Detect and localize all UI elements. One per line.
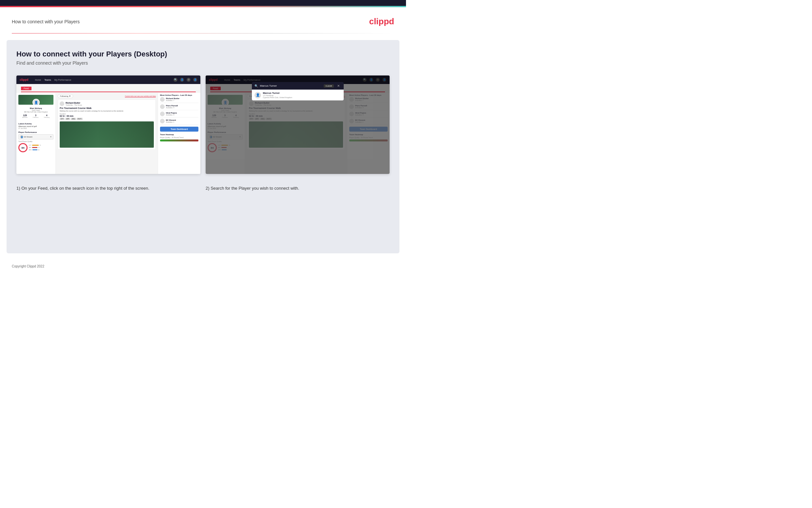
nav-teams-1[interactable]: Teams — [44, 79, 51, 81]
player-item-1d: Eli Vincent Activities: 1 — [160, 119, 198, 125]
player-avatar-1b — [160, 104, 164, 109]
search-icon-sm-2: 🔍 — [254, 84, 258, 88]
right-panel-1: Most Active Players - Last 30 days Richa… — [158, 93, 200, 174]
activity-title-1: Pre Tournament Course Walk — [60, 107, 154, 109]
caption-text-1: 1) On your Feed, click on the search ico… — [16, 186, 149, 190]
profile-stats-1: 129 Activities 3 Followers 4 Following — [20, 114, 52, 118]
clippd-logo: clippd — [369, 16, 394, 27]
search-input-text-2[interactable]: Marcus Turner — [260, 84, 322, 87]
top-bar — [0, 0, 406, 6]
nav-myperformance-1[interactable]: My Performance — [54, 79, 71, 81]
stat-followers-1: 3 Followers — [33, 114, 38, 118]
search-result-item-2[interactable]: 👤 Marcus Turner 1.5 Handicap Cypress Poi… — [252, 90, 344, 100]
search-clear-btn-2[interactable]: CLEAR — [324, 84, 334, 88]
page-footer: Copyright Clippd 2022 — [0, 260, 406, 273]
app-body-1: 👤 Blair McHarg Golf Coach Mill Ride Golf… — [16, 93, 200, 174]
avatar-icon-1[interactable]: 👤 — [193, 78, 197, 82]
app-nav-icons-1: 🔍 👤 ⚙ 👤 — [174, 78, 197, 82]
search-box-2: 🔍 Marcus Turner CLEAR ✕ 👤 Marcus Turner … — [252, 82, 344, 100]
nav-home-1[interactable]: Home — [35, 79, 41, 81]
search-close-btn-2[interactable]: ✕ — [336, 84, 341, 88]
screenshots-row: clippd Home Teams My Performance 🔍 👤 ⚙ 👤 — [16, 76, 390, 174]
stat-following-1: 4 Following — [44, 114, 50, 118]
main-content: How to connect with your Players (Deskto… — [7, 40, 399, 253]
app-logo-small-1: clippd — [20, 78, 29, 81]
player-item-1a: Richard Butler Activities: 7 — [160, 97, 198, 103]
profile-club-1: Mill Ride Golf Club, United Kingdom — [20, 111, 52, 113]
player-item-1c: Hiral Pujara Activities: 3 — [160, 112, 198, 118]
feed-tab-1[interactable]: Feed — [21, 87, 32, 90]
following-btn-1[interactable]: Following ▼ — [58, 94, 73, 98]
hero-subtitle: Find and connect with your Players — [16, 60, 390, 66]
player-perf-title-1: Player Performance — [18, 131, 53, 133]
caption-box-2: 2) Search for the Player you wish to con… — [206, 182, 390, 195]
caption-row: 1) On your Feed, click on the search ico… — [16, 182, 390, 195]
player-avatar-1: 👤 — [20, 135, 23, 138]
profile-card-1: Blair McHarg Golf Coach Mill Ride Golf C… — [18, 106, 53, 121]
tag-app-1: APP — [65, 118, 70, 120]
hero-title: How to connect with your Players (Deskto… — [16, 50, 390, 58]
activity-avatar-1 — [60, 101, 64, 106]
screenshot-panel-1: clippd Home Teams My Performance 🔍 👤 ⚙ 👤 — [16, 76, 200, 174]
duration-1: 02 hr : 00 min — [60, 115, 154, 117]
page-title: How to connect with your Players — [12, 19, 80, 24]
most-active-title-1: Most Active Players - Last 30 days — [160, 94, 198, 96]
tag-ott-1: OTT — [60, 118, 64, 120]
left-panel-1: 👤 Blair McHarg Golf Coach Mill Ride Golf… — [16, 93, 56, 174]
app-mockup-2: clippd Home Teams My Performance 🔍 👤 ⚙ 👤 — [206, 76, 390, 174]
caption-text-2: 2) Search for the Player you wish to con… — [206, 186, 299, 190]
heatmap-bar-1 — [160, 139, 198, 141]
player-arrow-1: ▼ — [50, 136, 52, 138]
player-item-1b: Piers Parnell Activities: 4 — [160, 104, 198, 110]
player-avatar-1d — [160, 119, 164, 123]
activity-header-1: Richard Butler Yesterday - The Grove — [60, 101, 154, 106]
header-divider — [12, 33, 394, 34]
shot-tags-1: OTT APP ARG PUTT — [60, 118, 154, 120]
tag-arg-1: ARG — [71, 118, 76, 120]
search-icon-1[interactable]: 🔍 — [174, 78, 178, 82]
score-circle-1: 84 — [18, 143, 28, 152]
copyright-text: Copyright Clippd 2022 — [12, 264, 44, 268]
search-result-club-2: Cypress Point Club, United Kingdom — [263, 96, 292, 98]
screenshot-panel-2: clippd Home Teams My Performance 🔍 👤 ⚙ 👤 — [206, 76, 390, 174]
control-link-1[interactable]: Control who can see your activity and da… — [125, 95, 156, 97]
player-name-1: Eli Vincent — [24, 136, 49, 138]
tag-putt-1: PUTT — [77, 118, 83, 120]
player-avatar-1c — [160, 112, 164, 116]
user-icon-1[interactable]: 👤 — [180, 78, 184, 82]
player-avatar-1a — [160, 97, 164, 102]
team-heatmap-title-1: Team Heatmap — [160, 134, 198, 135]
app-mockup-1: clippd Home Teams My Performance 🔍 👤 ⚙ 👤 — [16, 76, 200, 174]
player-select-1[interactable]: 👤 Eli Vincent ▼ — [18, 134, 53, 139]
team-dashboard-btn-1[interactable]: Team Dashboard — [160, 127, 198, 132]
page-header: How to connect with your Players clippd — [0, 7, 406, 33]
activity-desc-1: Walking the course with my coach to buil… — [60, 110, 154, 112]
latest-activity-label-1: Latest Activity — [18, 123, 53, 125]
stat-activities-1: 129 Activities — [22, 114, 28, 118]
settings-icon-1[interactable]: ⚙ — [187, 78, 191, 82]
app-navbar-1: clippd Home Teams My Performance 🔍 👤 ⚙ 👤 — [16, 76, 200, 84]
search-input-row-2: 🔍 Marcus Turner CLEAR ✕ — [252, 82, 344, 90]
following-bar-1: Following ▼ Control who can see your act… — [58, 94, 156, 98]
player-perf-1: Player Performance 👤 Eli Vincent ▼ Total… — [18, 131, 53, 152]
activity-image-1 — [60, 121, 154, 148]
search-result-avatar-2: 👤 — [254, 92, 261, 98]
middle-panel-1: Following ▼ Control who can see your act… — [56, 93, 158, 174]
search-result-name-2: Marcus Turner — [263, 92, 292, 94]
app-nav-items-1: Home Teams My Performance — [35, 79, 71, 81]
caption-box-1: 1) On your Feed, click on the search ico… — [16, 182, 200, 195]
activity-person-1: Richard Butler Yesterday - The Grove — [65, 102, 82, 106]
activity-card-1: Richard Butler Yesterday - The Grove Pre… — [58, 99, 156, 150]
